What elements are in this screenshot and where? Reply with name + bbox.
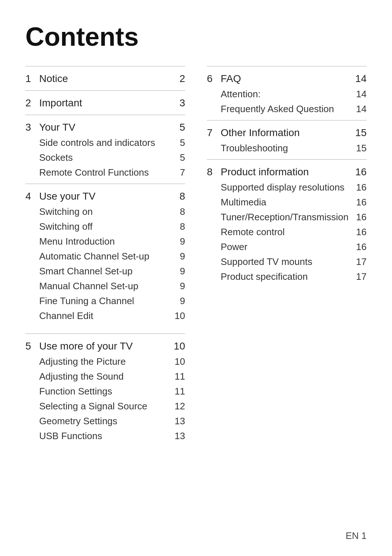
sub-item-page: 5 (174, 152, 185, 163)
sub-item-title: Selecting a Signal Source (39, 401, 174, 412)
sub-item-page: 10 (174, 356, 185, 367)
list-item: Remote Control Functions7 (25, 165, 185, 180)
page-footer: EN 1 (346, 530, 367, 541)
sub-item-page: 16 (356, 182, 367, 193)
list-item: Supported TV mounts17 (207, 254, 367, 269)
sub-item-title: Remote control (221, 226, 356, 238)
section-7: 7Other Information15Troubleshooting15 (207, 120, 367, 159)
sub-item-page: 9 (174, 251, 185, 262)
sub-item-title: Geometry Settings (39, 416, 174, 427)
section-title-6: FAQ (221, 73, 241, 85)
sub-item-page: 13 (174, 416, 185, 427)
list-item: Supported display resolutions16 (207, 180, 367, 195)
section-header-7: 7Other Information15 (207, 127, 367, 139)
section-header-4: 4Use your TV8 (25, 191, 185, 202)
sub-item-title: Menu Introduction (39, 236, 174, 247)
list-item: Tuner/Reception/Transmission16 (207, 210, 367, 225)
list-item: USB Functions13 (25, 429, 185, 443)
section-number-1: 1 (25, 73, 34, 85)
left-column: 1Notice22Important33Your TV5Side control… (25, 66, 185, 447)
sub-item-page: 16 (356, 212, 367, 223)
list-item: Remote control16 (207, 225, 367, 240)
list-item: Attention:14 (207, 87, 367, 102)
section-page-1: 2 (174, 73, 185, 85)
sub-item-page: 11 (174, 371, 185, 382)
sub-item-title: Power (221, 241, 356, 253)
list-item: Product specification17 (207, 269, 367, 284)
sub-item-page: 16 (356, 197, 367, 208)
section-page-3: 5 (174, 122, 185, 133)
section-number-4: 4 (25, 191, 34, 202)
sub-item-page: 9 (174, 295, 185, 307)
list-item: Menu Introduction9 (25, 234, 185, 249)
sub-item-title: Supported display resolutions (221, 182, 356, 193)
sub-item-title: Multimedia (221, 197, 356, 208)
list-item: Channel Edit10 (25, 308, 185, 323)
section-number-3: 3 (25, 122, 34, 133)
sub-item-page: 9 (174, 266, 185, 277)
sub-item-page: 9 (174, 236, 185, 247)
list-item: Adjusting the Picture10 (25, 354, 185, 369)
list-item: Switching on8 (25, 204, 185, 219)
sub-item-page: 8 (174, 221, 185, 232)
section-header-1: 1Notice2 (25, 73, 185, 85)
sub-item-page: 11 (174, 386, 185, 397)
sub-item-title: Tuner/Reception/Transmission (221, 212, 356, 223)
section-number-7: 7 (207, 127, 216, 139)
sub-item-title: Adjusting the Picture (39, 356, 174, 367)
sub-item-title: Sockets (39, 152, 174, 163)
list-item: Manual Channel Set-up9 (25, 279, 185, 294)
section-title-5: Use more of your TV (39, 340, 133, 352)
list-item: Selecting a Signal Source12 (25, 399, 185, 414)
section-header-6: 6FAQ14 (207, 73, 367, 85)
list-item: Multimedia16 (207, 195, 367, 210)
sub-item-title: Smart Channel Set-up (39, 266, 174, 277)
sub-item-page: 14 (356, 103, 367, 115)
section-title-2: Important (39, 97, 82, 109)
sub-item-title: Side controls and indicators (39, 137, 174, 148)
section-6: 6FAQ14Attention:14Frequently Asked Quest… (207, 66, 367, 120)
sub-item-title: Manual Channel Set-up (39, 281, 174, 292)
section-3: 3Your TV5Side controls and indicators5So… (25, 115, 185, 184)
list-item: Fine Tuning a Channel9 (25, 294, 185, 308)
list-item: Adjusting the Sound11 (25, 369, 185, 384)
sub-item-title: Automatic Channel Set-up (39, 251, 174, 262)
list-item: Frequently Asked Question14 (207, 102, 367, 116)
sub-item-page: 7 (174, 167, 185, 178)
sub-item-page: 8 (174, 206, 185, 217)
sub-item-title: Troubleshooting (221, 143, 356, 154)
sub-item-page: 14 (356, 89, 367, 100)
right-column: 6FAQ14Attention:14Frequently Asked Quest… (207, 66, 367, 447)
section-header-8: 8Product information16 (207, 166, 367, 178)
sub-item-title: Frequently Asked Question (221, 103, 356, 115)
section-number-6: 6 (207, 73, 216, 85)
section-title-1: Notice (39, 73, 68, 85)
section-8: 8Product information16Supported display … (207, 159, 367, 288)
list-item: Geometry Settings13 (25, 414, 185, 429)
list-item: Smart Channel Set-up9 (25, 264, 185, 279)
sub-item-page: 10 (174, 310, 185, 322)
sub-item-page: 9 (174, 281, 185, 292)
contents-columns: 1Notice22Important33Your TV5Side control… (25, 66, 367, 447)
sub-item-page: 17 (356, 256, 367, 267)
section-page-6: 14 (355, 73, 367, 85)
sub-item-title: USB Functions (39, 430, 174, 442)
sub-item-title: Switching off (39, 221, 174, 232)
sub-item-title: Attention: (221, 89, 356, 100)
sub-item-title: Channel Edit (39, 310, 174, 322)
list-item: Function Settings11 (25, 384, 185, 399)
sub-item-page: 5 (174, 137, 185, 148)
list-item: Automatic Channel Set-up9 (25, 249, 185, 264)
sub-item-page: 17 (356, 271, 367, 282)
section-title-7: Other Information (221, 127, 300, 139)
sub-item-title: Switching on (39, 206, 174, 217)
sub-item-page: 12 (174, 401, 185, 412)
section-page-2: 3 (174, 97, 185, 109)
section-header-3: 3Your TV5 (25, 122, 185, 133)
section-2: 2Important3 (25, 90, 185, 115)
section-4: 4Use your TV8Switching on8Switching off8… (25, 184, 185, 327)
list-item: Sockets5 (25, 150, 185, 165)
section-header-5: 5Use more of your TV10 (25, 340, 185, 352)
sub-item-title: Remote Control Functions (39, 167, 174, 178)
list-item: Side controls and indicators5 (25, 135, 185, 150)
